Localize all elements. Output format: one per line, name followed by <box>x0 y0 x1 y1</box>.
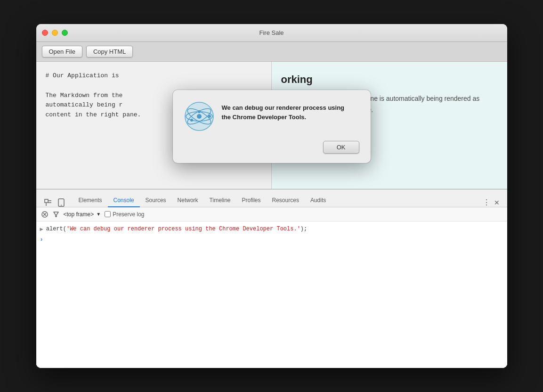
open-file-button[interactable]: Open File <box>42 46 82 57</box>
devtools-toolbar: <top frame> ▼ Preserve log <box>36 207 507 221</box>
preserve-log-checkbox[interactable] <box>105 211 111 217</box>
devtools-icon-area <box>40 198 69 207</box>
svg-point-14 <box>61 205 62 206</box>
main-window: Fire Sale Open File Copy HTML # Our Appl… <box>36 24 507 368</box>
dialog-overlay: We can debug our renderer process using … <box>36 62 507 189</box>
copy-html-button[interactable]: Copy HTML <box>86 46 133 57</box>
devtools-tabs: Elements Console Sources Network Timelin… <box>36 189 507 207</box>
dialog-footer: OK <box>184 141 359 154</box>
tab-elements[interactable]: Elements <box>73 194 108 207</box>
close-devtools-icon[interactable]: ✕ <box>494 199 500 206</box>
tab-audits[interactable]: Audits <box>305 194 332 207</box>
console-cursor: › <box>40 237 43 243</box>
console-cursor-line: › <box>36 235 507 245</box>
preserve-log-label[interactable]: Preserve log <box>105 211 144 218</box>
console-content[interactable]: ▶ alert('We can debug our renderer proce… <box>36 221 507 368</box>
dialog-message-text: We can debug our renderer process using … <box>222 104 345 121</box>
frame-selector[interactable]: <top frame> ▼ <box>64 211 101 218</box>
devtools-panel: Elements Console Sources Network Timelin… <box>36 189 507 368</box>
inspect-icon[interactable] <box>44 198 52 207</box>
toolbar: Open File Copy HTML <box>36 42 507 62</box>
minimize-button[interactable] <box>52 30 58 36</box>
svg-point-8 <box>190 119 193 122</box>
window-title: Fire Sale <box>259 29 284 36</box>
console-prompt-icon: ▶ <box>40 225 43 234</box>
console-code: alert('We can debug our renderer process… <box>46 225 308 233</box>
dialog-ok-button[interactable]: OK <box>323 141 359 154</box>
editor-area: # Our Application is The Markdown from t… <box>36 62 507 189</box>
title-bar: Fire Sale <box>36 24 507 42</box>
dialog-message: We can debug our renderer process using … <box>222 101 345 122</box>
mobile-icon[interactable] <box>57 198 65 207</box>
console-entry: ▶ alert('We can debug our renderer proce… <box>36 223 507 235</box>
svg-rect-9 <box>45 199 48 203</box>
tab-console[interactable]: Console <box>108 194 140 207</box>
svg-point-7 <box>208 115 211 118</box>
tab-network[interactable]: Network <box>172 194 204 207</box>
tab-resources[interactable]: Resources <box>267 194 305 207</box>
tab-sources[interactable]: Sources <box>140 194 172 207</box>
dialog-body: We can debug our renderer process using … <box>184 101 359 131</box>
svg-marker-18 <box>54 212 58 217</box>
tab-timeline[interactable]: Timeline <box>204 194 236 207</box>
filter-icon[interactable] <box>52 211 60 218</box>
clear-console-icon[interactable] <box>41 211 49 218</box>
maximize-button[interactable] <box>62 30 68 36</box>
svg-point-6 <box>198 110 201 113</box>
more-options-icon: ⋮ <box>483 198 490 207</box>
close-button[interactable] <box>42 30 48 36</box>
tab-profiles[interactable]: Profiles <box>236 194 267 207</box>
app-content: Open File Copy HTML # Our Application is… <box>36 42 507 368</box>
traffic-lights <box>42 30 68 36</box>
svg-point-5 <box>197 114 202 119</box>
electron-icon <box>184 101 214 131</box>
alert-dialog: We can debug our renderer process using … <box>173 90 371 163</box>
devtools-more-options[interactable]: ⋮ ✕ <box>479 198 503 207</box>
frame-dropdown-icon: ▼ <box>96 212 101 217</box>
